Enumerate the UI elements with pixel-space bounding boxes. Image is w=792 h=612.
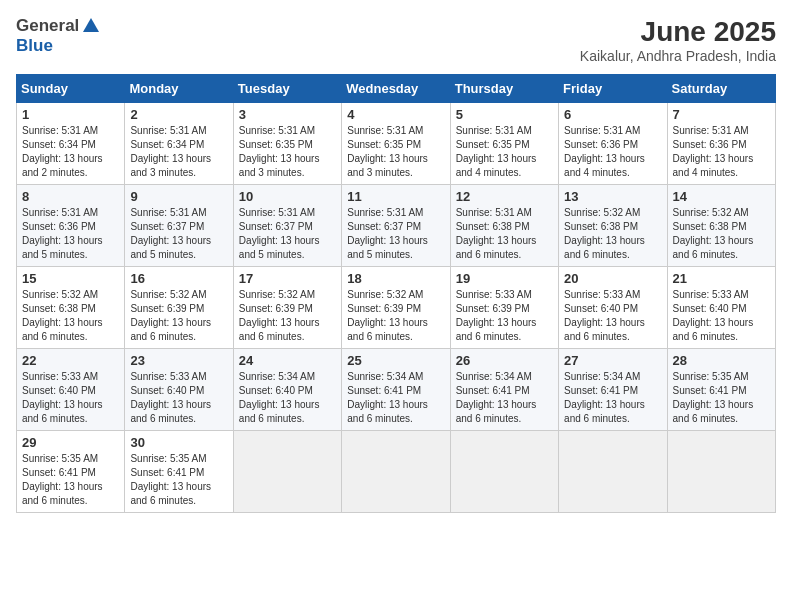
- table-row: 22 Sunrise: 5:33 AM Sunset: 6:40 PM Dayl…: [17, 349, 125, 431]
- day-number: 13: [564, 189, 661, 204]
- daylight-text: Daylight: 13 hours and 5 minutes.: [130, 235, 211, 260]
- day-number: 26: [456, 353, 553, 368]
- col-monday: Monday: [125, 75, 233, 103]
- table-row: 5 Sunrise: 5:31 AM Sunset: 6:35 PM Dayli…: [450, 103, 558, 185]
- day-number: 16: [130, 271, 227, 286]
- logo: General Blue: [16, 16, 103, 56]
- sunset-text: Sunset: 6:41 PM: [130, 467, 204, 478]
- sunrise-text: Sunrise: 5:33 AM: [22, 371, 98, 382]
- sunset-text: Sunset: 6:37 PM: [130, 221, 204, 232]
- day-info: Sunrise: 5:31 AM Sunset: 6:35 PM Dayligh…: [456, 124, 553, 180]
- day-info: Sunrise: 5:31 AM Sunset: 6:36 PM Dayligh…: [22, 206, 119, 262]
- sunrise-text: Sunrise: 5:31 AM: [347, 125, 423, 136]
- daylight-text: Daylight: 13 hours and 6 minutes.: [22, 399, 103, 424]
- day-info: Sunrise: 5:31 AM Sunset: 6:34 PM Dayligh…: [130, 124, 227, 180]
- table-row: 29 Sunrise: 5:35 AM Sunset: 6:41 PM Dayl…: [17, 431, 125, 513]
- col-tuesday: Tuesday: [233, 75, 341, 103]
- sunset-text: Sunset: 6:38 PM: [456, 221, 530, 232]
- sunset-text: Sunset: 6:39 PM: [456, 303, 530, 314]
- day-number: 24: [239, 353, 336, 368]
- sunset-text: Sunset: 6:40 PM: [239, 385, 313, 396]
- logo-blue: Blue: [16, 36, 53, 56]
- day-number: 17: [239, 271, 336, 286]
- day-info: Sunrise: 5:34 AM Sunset: 6:41 PM Dayligh…: [456, 370, 553, 426]
- svg-marker-0: [83, 18, 99, 32]
- day-number: 29: [22, 435, 119, 450]
- sunrise-text: Sunrise: 5:32 AM: [130, 289, 206, 300]
- day-info: Sunrise: 5:32 AM Sunset: 6:39 PM Dayligh…: [130, 288, 227, 344]
- sunset-text: Sunset: 6:34 PM: [130, 139, 204, 150]
- table-row: 15 Sunrise: 5:32 AM Sunset: 6:38 PM Dayl…: [17, 267, 125, 349]
- col-wednesday: Wednesday: [342, 75, 450, 103]
- logo-icon: [81, 16, 101, 36]
- day-number: 22: [22, 353, 119, 368]
- table-row: 17 Sunrise: 5:32 AM Sunset: 6:39 PM Dayl…: [233, 267, 341, 349]
- day-info: Sunrise: 5:33 AM Sunset: 6:39 PM Dayligh…: [456, 288, 553, 344]
- daylight-text: Daylight: 13 hours and 5 minutes.: [22, 235, 103, 260]
- day-info: Sunrise: 5:32 AM Sunset: 6:38 PM Dayligh…: [22, 288, 119, 344]
- daylight-text: Daylight: 13 hours and 6 minutes.: [456, 235, 537, 260]
- sunrise-text: Sunrise: 5:31 AM: [347, 207, 423, 218]
- table-row: 18 Sunrise: 5:32 AM Sunset: 6:39 PM Dayl…: [342, 267, 450, 349]
- sunrise-text: Sunrise: 5:31 AM: [239, 125, 315, 136]
- daylight-text: Daylight: 13 hours and 3 minutes.: [347, 153, 428, 178]
- sunrise-text: Sunrise: 5:32 AM: [673, 207, 749, 218]
- day-number: 20: [564, 271, 661, 286]
- logo-general: General: [16, 16, 79, 36]
- day-info: Sunrise: 5:31 AM Sunset: 6:35 PM Dayligh…: [239, 124, 336, 180]
- daylight-text: Daylight: 13 hours and 4 minutes.: [564, 153, 645, 178]
- table-row: 24 Sunrise: 5:34 AM Sunset: 6:40 PM Dayl…: [233, 349, 341, 431]
- sunset-text: Sunset: 6:39 PM: [347, 303, 421, 314]
- table-row: 4 Sunrise: 5:31 AM Sunset: 6:35 PM Dayli…: [342, 103, 450, 185]
- calendar-week-row: 1 Sunrise: 5:31 AM Sunset: 6:34 PM Dayli…: [17, 103, 776, 185]
- page-header: General Blue June 2025 Kaikalur, Andhra …: [16, 16, 776, 64]
- sunset-text: Sunset: 6:41 PM: [22, 467, 96, 478]
- table-row: 6 Sunrise: 5:31 AM Sunset: 6:36 PM Dayli…: [559, 103, 667, 185]
- sunrise-text: Sunrise: 5:35 AM: [22, 453, 98, 464]
- sunset-text: Sunset: 6:40 PM: [22, 385, 96, 396]
- day-number: 8: [22, 189, 119, 204]
- table-row: 11 Sunrise: 5:31 AM Sunset: 6:37 PM Dayl…: [342, 185, 450, 267]
- sunset-text: Sunset: 6:37 PM: [347, 221, 421, 232]
- daylight-text: Daylight: 13 hours and 6 minutes.: [130, 317, 211, 342]
- table-row: 27 Sunrise: 5:34 AM Sunset: 6:41 PM Dayl…: [559, 349, 667, 431]
- sunrise-text: Sunrise: 5:34 AM: [456, 371, 532, 382]
- sunrise-text: Sunrise: 5:31 AM: [239, 207, 315, 218]
- col-thursday: Thursday: [450, 75, 558, 103]
- daylight-text: Daylight: 13 hours and 6 minutes.: [130, 399, 211, 424]
- day-info: Sunrise: 5:34 AM Sunset: 6:41 PM Dayligh…: [564, 370, 661, 426]
- table-row: 3 Sunrise: 5:31 AM Sunset: 6:35 PM Dayli…: [233, 103, 341, 185]
- day-info: Sunrise: 5:31 AM Sunset: 6:34 PM Dayligh…: [22, 124, 119, 180]
- table-row: 20 Sunrise: 5:33 AM Sunset: 6:40 PM Dayl…: [559, 267, 667, 349]
- daylight-text: Daylight: 13 hours and 6 minutes.: [347, 399, 428, 424]
- day-info: Sunrise: 5:31 AM Sunset: 6:37 PM Dayligh…: [347, 206, 444, 262]
- day-number: 12: [456, 189, 553, 204]
- table-row: 14 Sunrise: 5:32 AM Sunset: 6:38 PM Dayl…: [667, 185, 775, 267]
- sunrise-text: Sunrise: 5:32 AM: [347, 289, 423, 300]
- daylight-text: Daylight: 13 hours and 6 minutes.: [564, 317, 645, 342]
- day-number: 11: [347, 189, 444, 204]
- day-info: Sunrise: 5:35 AM Sunset: 6:41 PM Dayligh…: [673, 370, 770, 426]
- daylight-text: Daylight: 13 hours and 4 minutes.: [673, 153, 754, 178]
- table-row: 2 Sunrise: 5:31 AM Sunset: 6:34 PM Dayli…: [125, 103, 233, 185]
- day-number: 5: [456, 107, 553, 122]
- day-number: 23: [130, 353, 227, 368]
- location: Kaikalur, Andhra Pradesh, India: [580, 48, 776, 64]
- day-info: Sunrise: 5:33 AM Sunset: 6:40 PM Dayligh…: [673, 288, 770, 344]
- sunrise-text: Sunrise: 5:34 AM: [239, 371, 315, 382]
- sunrise-text: Sunrise: 5:35 AM: [673, 371, 749, 382]
- daylight-text: Daylight: 13 hours and 2 minutes.: [22, 153, 103, 178]
- sunset-text: Sunset: 6:41 PM: [347, 385, 421, 396]
- sunset-text: Sunset: 6:39 PM: [239, 303, 313, 314]
- day-number: 30: [130, 435, 227, 450]
- sunset-text: Sunset: 6:36 PM: [564, 139, 638, 150]
- daylight-text: Daylight: 13 hours and 6 minutes.: [456, 317, 537, 342]
- sunset-text: Sunset: 6:41 PM: [673, 385, 747, 396]
- calendar-week-row: 15 Sunrise: 5:32 AM Sunset: 6:38 PM Dayl…: [17, 267, 776, 349]
- month-title: June 2025: [580, 16, 776, 48]
- title-section: June 2025 Kaikalur, Andhra Pradesh, Indi…: [580, 16, 776, 64]
- sunrise-text: Sunrise: 5:33 AM: [130, 371, 206, 382]
- table-row: 19 Sunrise: 5:33 AM Sunset: 6:39 PM Dayl…: [450, 267, 558, 349]
- day-number: 19: [456, 271, 553, 286]
- table-row: 16 Sunrise: 5:32 AM Sunset: 6:39 PM Dayl…: [125, 267, 233, 349]
